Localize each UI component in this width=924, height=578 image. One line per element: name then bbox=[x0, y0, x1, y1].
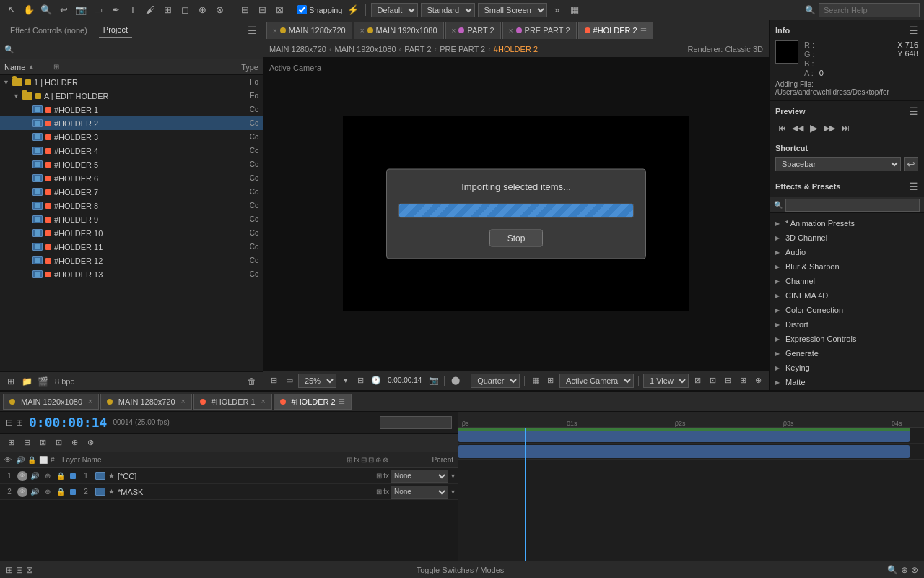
comp-tab[interactable]: #HOLDER 2 ☰ bbox=[578, 22, 653, 39]
timeline-tab[interactable]: MAIN 1920x1080× bbox=[3, 394, 99, 410]
work-area-bar[interactable] bbox=[458, 428, 910, 431]
project-list-item[interactable]: #HOLDER 3Cc bbox=[0, 130, 263, 144]
align-tool-icon[interactable]: ⊠ bbox=[272, 3, 287, 17]
tl-tab-close-btn[interactable]: × bbox=[181, 397, 186, 405]
effects-menu-icon[interactable]: ☰ bbox=[909, 181, 918, 192]
viewer-snapshot-icon[interactable]: 📷 bbox=[427, 374, 440, 387]
tl-search-input[interactable] bbox=[380, 416, 452, 429]
project-list-item[interactable]: #HOLDER 6Cc bbox=[0, 171, 263, 185]
layer-audio-btn[interactable]: 🔊 bbox=[30, 471, 40, 481]
comp-tab-menu-icon[interactable]: ☰ bbox=[640, 27, 647, 35]
zoom-dropdown[interactable]: 25% bbox=[298, 374, 336, 388]
tl-ctrl-5[interactable]: ⊕ bbox=[68, 436, 81, 449]
layout-standard-dropdown[interactable]: Standard bbox=[421, 3, 475, 17]
tl-bottom-icon2[interactable]: ⊟ bbox=[16, 565, 23, 575]
monitor-icon[interactable]: ▦ bbox=[567, 3, 582, 17]
preview-play-btn[interactable]: ▶ bbox=[807, 121, 820, 134]
project-list-item[interactable]: #HOLDER 5Cc bbox=[0, 158, 263, 171]
layer-lock-btn[interactable]: 🔒 bbox=[56, 487, 66, 497]
playhead[interactable] bbox=[525, 428, 526, 561]
viewer-color-icon[interactable]: ⬤ bbox=[449, 374, 461, 387]
bit-depth-label[interactable]: 8 bpc bbox=[55, 377, 74, 386]
track-bar-1[interactable] bbox=[458, 429, 910, 442]
project-list-item[interactable]: #HOLDER 4Cc bbox=[0, 144, 263, 158]
viewer-view2-icon[interactable]: ⊡ bbox=[707, 374, 719, 387]
effect-item[interactable]: ▶Distort bbox=[770, 317, 924, 332]
shortcut-dropdown[interactable]: Spacebar bbox=[775, 157, 901, 171]
layer-vis-btn[interactable]: 👁 bbox=[17, 487, 27, 497]
layer-audio-btn[interactable]: 🔊 bbox=[30, 487, 40, 497]
new-comp-icon[interactable]: ⊞ bbox=[4, 375, 17, 388]
breadcrumb-item[interactable]: MAIN 1280x720 bbox=[269, 45, 326, 53]
viewer-toggle1-icon[interactable]: ▦ bbox=[529, 374, 541, 387]
effect-item[interactable]: ▶Blur & Sharpen bbox=[770, 259, 924, 274]
layer-solo-btn[interactable]: ⊕ bbox=[43, 471, 53, 481]
pen-tool-icon[interactable]: ✒ bbox=[108, 3, 123, 17]
search-help-input[interactable] bbox=[819, 3, 920, 17]
comp-tab[interactable]: ×PRE PART 2 bbox=[502, 22, 577, 39]
effect-item[interactable]: ▶CINEMA 4D bbox=[770, 288, 924, 303]
panel-menu-icon[interactable]: ☰ bbox=[248, 25, 257, 36]
tl-bottom-icon1[interactable]: ⊞ bbox=[6, 565, 13, 575]
tab-project[interactable]: Project bbox=[99, 22, 132, 38]
tl-bottom-icon6[interactable]: ⊗ bbox=[911, 565, 918, 575]
layer-fx-btn[interactable]: fx bbox=[383, 488, 389, 496]
layer-parent-select[interactable]: None bbox=[391, 486, 448, 499]
effect-item[interactable]: ▶Matte bbox=[770, 375, 924, 389]
viewer-render-icon[interactable]: ⊞ bbox=[268, 374, 280, 387]
tl-expand-icon[interactable]: ⊞ bbox=[16, 418, 23, 428]
comp-tab-close-btn[interactable]: × bbox=[360, 27, 365, 35]
tl-ctrl-2[interactable]: ⊟ bbox=[20, 436, 33, 449]
camera-dropdown[interactable]: Active Camera bbox=[559, 374, 634, 388]
brush-tool-icon[interactable]: 🖌 bbox=[143, 3, 157, 17]
viewer-toggle2-icon[interactable]: ⊞ bbox=[544, 374, 557, 387]
text-tool-icon[interactable]: T bbox=[126, 3, 140, 17]
rotate-tool-icon[interactable]: ↩ bbox=[56, 3, 71, 17]
effect-item[interactable]: ▶Color Correction bbox=[770, 303, 924, 317]
layer-vis-btn[interactable]: 👁 bbox=[17, 471, 27, 481]
viewer-view4-icon[interactable]: ⊞ bbox=[737, 374, 749, 387]
effect-item[interactable]: ▶* Animation Presets bbox=[770, 216, 924, 230]
views-dropdown[interactable]: 1 View bbox=[643, 374, 689, 388]
timeline-tab[interactable]: #HOLDER 1× bbox=[193, 394, 272, 410]
stop-button[interactable]: Stop bbox=[489, 230, 544, 247]
pin-tool-icon[interactable]: ⊞ bbox=[237, 3, 252, 17]
project-list-item[interactable]: ▼1 | HOLDERFo bbox=[0, 75, 263, 89]
layout-default-dropdown[interactable]: Default bbox=[371, 3, 418, 17]
effect-item[interactable]: ▶Keying bbox=[770, 361, 924, 375]
comp-tab-close-btn[interactable]: × bbox=[509, 27, 513, 35]
zoom-dropdown-arrow[interactable]: ▾ bbox=[339, 374, 352, 387]
tl-tab-menu-icon[interactable]: ☰ bbox=[339, 397, 345, 405]
select-tool-icon[interactable]: ↖ bbox=[4, 3, 19, 17]
snapping-checkbox[interactable] bbox=[297, 5, 307, 14]
breadcrumb-item[interactable]: PRE PART 2 bbox=[440, 45, 485, 53]
tl-collapse-icon[interactable]: ⊟ bbox=[6, 418, 13, 428]
quality-dropdown[interactable]: Quarter bbox=[471, 374, 520, 388]
preview-first-frame-btn[interactable]: ⏮ bbox=[775, 121, 788, 134]
delete-item-icon[interactable]: 🗑 bbox=[245, 375, 258, 388]
layer-lock-btn[interactable]: 🔒 bbox=[56, 471, 66, 481]
layer-parent-select[interactable]: None bbox=[391, 470, 448, 483]
preview-step-fwd-btn[interactable]: ▶▶ bbox=[823, 121, 836, 134]
tl-ctrl-4[interactable]: ⊡ bbox=[52, 436, 65, 449]
tl-ctrl-3[interactable]: ⊠ bbox=[36, 436, 49, 449]
effect-item[interactable]: ▶3D Channel bbox=[770, 230, 924, 245]
track-bar-2[interactable] bbox=[458, 445, 910, 458]
breadcrumb-item[interactable]: PART 2 bbox=[404, 45, 431, 53]
viewer-view5-icon[interactable]: ⊕ bbox=[752, 374, 764, 387]
camera-tool-icon[interactable]: 📷 bbox=[74, 3, 88, 17]
preview-last-frame-btn[interactable]: ⏭ bbox=[839, 121, 852, 134]
comp-tab[interactable]: ×MAIN 1280x720 bbox=[266, 22, 352, 39]
effect-item[interactable]: ▶Channel bbox=[770, 274, 924, 288]
breadcrumb-item[interactable]: #HOLDER 2 bbox=[494, 45, 538, 53]
viewer-view3-icon[interactable]: ⊟ bbox=[722, 374, 734, 387]
project-list-item[interactable]: ▼A | EDIT HOLDERFo bbox=[0, 89, 263, 103]
project-list-item[interactable]: #HOLDER 2Cc bbox=[0, 116, 263, 130]
layer-fx-btn[interactable]: fx bbox=[383, 472, 389, 480]
effects-search-input[interactable] bbox=[785, 199, 920, 212]
clone-tool-icon[interactable]: ⊞ bbox=[160, 3, 175, 17]
project-list-item[interactable]: #HOLDER 13Cc bbox=[0, 267, 263, 281]
layer-parent-arrow[interactable]: ▾ bbox=[451, 472, 455, 480]
layer-parent-arrow[interactable]: ▾ bbox=[451, 488, 455, 496]
tl-ctrl-1[interactable]: ⊞ bbox=[4, 436, 17, 449]
